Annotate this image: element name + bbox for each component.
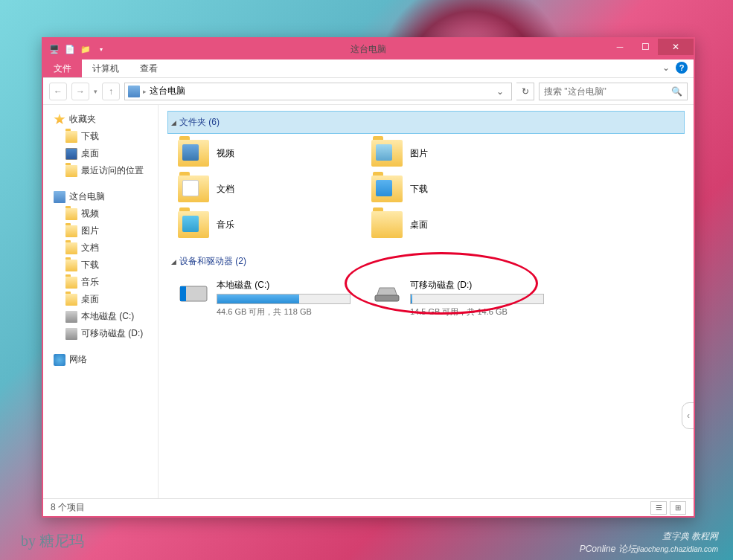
status-item-count: 8 个项目	[51, 501, 85, 514]
sidebar-item-thispc[interactable]: 这台电脑	[46, 188, 155, 205]
sidebar-item-videos[interactable]: 视频	[46, 205, 155, 222]
qat-dropdown-icon[interactable]: ▾	[95, 42, 108, 56]
svg-rect-2	[375, 295, 399, 301]
system-menu-icon[interactable]: 🖥️	[48, 42, 61, 56]
folder-label: 视频	[217, 147, 234, 160]
downloads-icon	[376, 180, 392, 196]
sidebar-item-pictures[interactable]: 图片	[46, 222, 155, 239]
folder-label: 桌面	[410, 219, 428, 231]
folder-icon	[65, 260, 77, 271]
drive-icon	[65, 328, 77, 340]
network-icon	[54, 354, 65, 366]
up-button[interactable]: ↑	[102, 83, 120, 100]
drive-item-d[interactable]: 可移动磁盘 (D:) 14.5 GB 可用，共 14.6 GB	[368, 276, 554, 321]
star-icon	[54, 114, 65, 126]
pc-icon	[54, 191, 65, 203]
sidebar-item-downloads2[interactable]: 下载	[46, 257, 155, 274]
sidebar-label: 音乐	[81, 276, 99, 289]
titlebar[interactable]: 🖥️ 📄 📁 ▾ 这台电脑 ─ ☐ ✕	[43, 39, 694, 59]
folder-icon	[65, 208, 77, 220]
sidebar-label: 网络	[69, 353, 87, 366]
capacity-bar	[217, 294, 351, 304]
ribbon-expand-icon[interactable]: ⌄	[662, 62, 670, 73]
drive-icon	[65, 311, 77, 323]
sidebar-label: 下载	[81, 130, 99, 143]
sidebar-item-drivec[interactable]: 本地磁盘 (C:)	[46, 308, 155, 325]
folder-label: 图片	[410, 147, 428, 160]
group-header-drives[interactable]: ◢设备和驱动器 (2)	[167, 250, 685, 273]
refresh-button[interactable]: ↻	[516, 83, 534, 100]
tab-file[interactable]: 文件	[43, 59, 82, 77]
drive-status: 44.6 GB 可用，共 118 GB	[217, 306, 358, 318]
address-bar[interactable]: ▸ 这台电脑 ⌄	[124, 83, 512, 100]
search-box[interactable]: 🔍	[539, 83, 688, 100]
folder-icon	[65, 131, 77, 143]
address-dropdown-icon[interactable]: ⌄	[492, 86, 508, 97]
qat-properties-icon[interactable]: 📄	[63, 42, 77, 56]
collapse-icon: ◢	[171, 119, 176, 126]
recent-icon	[65, 165, 77, 177]
removable-drive-icon	[371, 279, 403, 306]
status-bar: 8 个项目 ☰ ⊞	[43, 498, 694, 516]
group-header-folders[interactable]: ◢文件夹 (6)	[167, 111, 685, 134]
folder-item-music[interactable]: 音乐	[175, 208, 361, 241]
sidebar-label: 桌面	[81, 147, 99, 160]
svg-rect-1	[180, 286, 186, 301]
group-header-label: 文件夹 (6)	[179, 116, 220, 129]
drive-item-c[interactable]: 本地磁盘 (C:) 44.6 GB 可用，共 118 GB	[175, 276, 361, 321]
watermark-chazidian: 查字典 教程网jiaocheng.chazidian.com	[636, 530, 718, 556]
sidebar-label: 本地磁盘 (C:)	[81, 310, 134, 323]
sidebar-item-desktop[interactable]: 桌面	[46, 145, 155, 162]
folder-label: 下载	[410, 183, 428, 196]
folder-item-pictures[interactable]: 图片	[368, 137, 554, 170]
content-pane: ◢文件夹 (6) 视频 图片 文档 下载 音乐 桌面 ◢设备和驱动器 (2) 本…	[159, 105, 694, 515]
folder-item-videos[interactable]: 视频	[175, 137, 361, 170]
search-input[interactable]	[544, 86, 671, 97]
preview-pane-toggle[interactable]: ‹	[682, 402, 694, 429]
sidebar-label: 收藏夹	[69, 113, 96, 126]
sidebar-label: 下载	[81, 259, 99, 271]
documents-icon	[182, 180, 199, 196]
sidebar-item-desktop2[interactable]: 桌面	[46, 291, 155, 308]
qat-newfolder-icon[interactable]: 📁	[79, 42, 92, 56]
tab-view[interactable]: 查看	[129, 59, 168, 77]
navigation-pane: 收藏夹 下载 桌面 最近访问的位置 这台电脑 视频 图片 文档 下载 音乐 桌面…	[43, 105, 159, 515]
search-icon[interactable]: 🔍	[671, 86, 682, 97]
close-button[interactable]: ✕	[658, 39, 694, 55]
sidebar-item-documents[interactable]: 文档	[46, 239, 155, 257]
folder-icon	[65, 277, 77, 289]
sidebar-item-drived[interactable]: 可移动磁盘 (D:)	[46, 325, 155, 342]
sidebar-label: 这台电脑	[69, 190, 105, 203]
sidebar-item-favorites[interactable]: 收藏夹	[46, 111, 155, 128]
capacity-bar	[410, 294, 544, 304]
forward-button[interactable]: →	[71, 83, 89, 100]
tiles-view-button[interactable]: ⊞	[670, 501, 686, 515]
sidebar-label: 可移动磁盘 (D:)	[81, 327, 143, 340]
address-location[interactable]: 这台电脑	[150, 85, 185, 97]
help-icon[interactable]: ?	[676, 62, 688, 74]
folder-item-documents[interactable]: 文档	[175, 173, 361, 205]
window-title: 这台电脑	[351, 43, 386, 56]
tab-computer[interactable]: 计算机	[82, 59, 129, 77]
recent-locations-icon[interactable]: ▾	[94, 88, 97, 95]
sidebar-item-recent[interactable]: 最近访问的位置	[46, 162, 155, 179]
sidebar-item-music[interactable]: 音乐	[46, 274, 155, 291]
folder-item-desktop[interactable]: 桌面	[368, 208, 554, 241]
drive-name: 本地磁盘 (C:)	[217, 279, 358, 292]
breadcrumb-separator: ▸	[143, 88, 147, 95]
sidebar-label: 文档	[81, 242, 99, 254]
sidebar-label: 桌面	[81, 293, 99, 306]
maximize-button[interactable]: ☐	[633, 39, 658, 55]
folder-label: 文档	[217, 183, 234, 196]
folder-item-downloads[interactable]: 下载	[368, 173, 554, 205]
ribbon-tabs: 文件 计算机 查看 ⌄ ?	[43, 59, 694, 78]
sidebar-item-downloads[interactable]: 下载	[46, 128, 155, 145]
back-button[interactable]: ←	[49, 83, 67, 100]
folder-icon	[65, 294, 77, 306]
details-view-button[interactable]: ☰	[650, 501, 667, 515]
drive-name: 可移动磁盘 (D:)	[410, 279, 551, 292]
explorer-window: 🖥️ 📄 📁 ▾ 这台电脑 ─ ☐ ✕ 文件 计算机 查看 ⌄ ? ← → ▾ …	[42, 37, 695, 518]
sidebar-item-network[interactable]: 网络	[46, 351, 155, 368]
minimize-button[interactable]: ─	[607, 39, 633, 55]
sidebar-label: 视频	[81, 207, 99, 220]
